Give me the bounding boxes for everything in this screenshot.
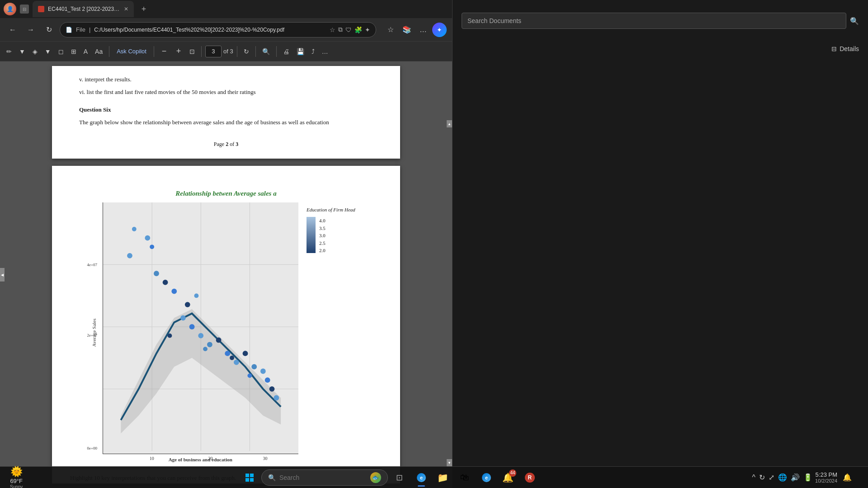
page-footer: Page 2 of 3 [79, 140, 373, 148]
legend-val-25: 2.5 [319, 239, 326, 247]
notification-button[interactable]: 🔔 [840, 470, 854, 485]
print-button[interactable]: 🖨 [280, 44, 292, 59]
chart-area: Average Sales 4e+07 2e+07 0e+00 10 20 [90, 202, 362, 463]
chart-container: Relationship betwen Average sales a Aver… [90, 188, 362, 463]
star-icon[interactable]: ☆ [330, 26, 335, 33]
svg-rect-35 [245, 478, 249, 482]
details-label: Details [840, 45, 859, 52]
tab-close-icon[interactable]: ✕ [124, 6, 128, 12]
profile-icon[interactable]: 👤 [4, 3, 16, 15]
page-number-input[interactable] [205, 46, 222, 57]
svg-point-14 [189, 324, 194, 329]
x-tick-10: 10 [150, 455, 154, 462]
zoom-minus-button[interactable]: − [158, 45, 170, 58]
address-box[interactable]: 📄 File | C:/Users/hp/Documents/EC4401_Te… [60, 22, 376, 38]
notification-app-button[interactable]: 🔔 44 [498, 468, 518, 488]
details-button[interactable]: ⊟ Details [831, 45, 859, 52]
svg-point-21 [251, 364, 257, 370]
search-input[interactable] [279, 474, 367, 481]
chart-legend: Education of Firm Head 4.0 3.5 3.0 2.5 2… [303, 202, 362, 257]
browser-tab[interactable]: EC4401_Test 2 [2022-2023] - Cop ✕ [33, 1, 134, 17]
time-widget[interactable]: 5:23 PM 10/2/2024 [815, 471, 837, 483]
battery-icon[interactable]: 🔋 [803, 473, 812, 482]
search-bar[interactable]: 🔍 🐟 [261, 469, 388, 486]
browser-actions: ☆ 📚 … ✦ [383, 23, 447, 37]
pdf-page-3: Relationship betwen Average sales a Aver… [52, 166, 400, 483]
show-desktop-button[interactable] [857, 468, 863, 488]
file-manager-taskbar-button[interactable]: 📁 [433, 468, 453, 488]
pdf-page-2-partial: v. interpret the results. vi. list the f… [52, 66, 400, 159]
scroll-arrow-left[interactable]: ◀ [0, 268, 5, 282]
browser-more-button[interactable]: … [416, 23, 430, 37]
system-tray: ^ ↻ ⤢ 🌐 🔊 🔋 [752, 473, 813, 482]
edge2-taskbar-button[interactable]: e [476, 468, 496, 488]
url-protocol: File [76, 26, 85, 33]
forward-button[interactable]: → [24, 23, 38, 37]
refresh-button[interactable]: ↻ [42, 23, 56, 37]
search-pdf-button[interactable]: 🔍 [259, 44, 273, 59]
highlight-tool-button[interactable]: ◈ [30, 44, 40, 59]
diagonal-tray-icon[interactable]: ⤢ [769, 473, 774, 482]
svg-point-7 [127, 253, 132, 258]
store-icon: 🛍 [460, 472, 469, 483]
svg-point-31 [230, 356, 234, 360]
toolbar-divider-4 [237, 46, 237, 57]
weather-widget[interactable]: 🌞 69°F Sunny [5, 466, 27, 488]
split-icon[interactable]: ⧉ [338, 26, 343, 33]
search-sidebar: Search Documents 🔍 ⊟ Details [452, 0, 868, 488]
extension-icon[interactable]: 🧩 [354, 26, 362, 33]
search-sidebar-input[interactable]: Search Documents [462, 13, 846, 29]
toolbar-divider-2 [154, 46, 154, 57]
windows-icon [245, 473, 254, 482]
svg-rect-36 [250, 478, 254, 482]
tab-manager-icon[interactable]: ⊟ [20, 5, 29, 14]
chevron-tray-icon[interactable]: ^ [752, 474, 756, 482]
rotate-button[interactable]: ↻ [241, 44, 252, 59]
svg-rect-34 [250, 474, 254, 477]
url-path: C:/Users/hp/Documents/EC4401_Test%202%20… [94, 27, 326, 33]
svg-point-8 [145, 235, 150, 241]
browser-taskbar-button[interactable]: e [411, 468, 431, 488]
red-app-button[interactable]: R [520, 468, 540, 488]
toolbar-divider-5 [255, 46, 256, 57]
new-tab-button[interactable]: + [137, 3, 150, 15]
back-button[interactable]: ← [5, 23, 20, 37]
legend-val-35: 3.5 [319, 225, 326, 232]
network-icon[interactable]: 🌐 [778, 473, 787, 482]
titlebar-left: 👤 ⊟ EC4401_Test 2 [2022-2023] - Cop ✕ + [4, 1, 150, 17]
filter-button[interactable]: ▼ [16, 44, 28, 59]
y-tick-2e7: 2e+07 [87, 333, 98, 339]
text-tool-button[interactable]: A [81, 44, 90, 59]
fit-page-button[interactable]: ⊡ [187, 44, 198, 59]
svg-point-20 [242, 351, 248, 356]
red-app-icon: R [525, 473, 535, 483]
scroll-arrow-down[interactable]: ▼ [447, 459, 452, 466]
share-button[interactable]: ⤴ [309, 44, 317, 59]
erase-tool-button[interactable]: ◻ [56, 44, 66, 59]
fit-width-button[interactable]: ⊞ [68, 44, 79, 59]
svg-point-23 [264, 377, 270, 383]
zoom-plus-button[interactable]: + [172, 45, 185, 58]
ask-copilot-button[interactable]: Ask Copilot [113, 46, 150, 56]
volume-icon[interactable]: 🔊 [791, 473, 800, 482]
search-sidebar-go-icon[interactable]: 🔍 [850, 17, 859, 25]
copilot-button[interactable]: ✦ [432, 23, 447, 37]
folder-icon: 📁 [437, 472, 448, 483]
shield-icon[interactable]: 🛡 [345, 26, 352, 33]
task-view-button[interactable]: ⊡ [390, 468, 410, 488]
pdf-scroll[interactable]: v. interpret the results. vi. list the f… [0, 61, 452, 488]
more-tools-button[interactable]: … [319, 44, 331, 59]
pdf-viewer: v. interpret the results. vi. list the f… [0, 61, 452, 488]
collections-button[interactable]: 📚 [400, 23, 414, 37]
scroll-arrow-up[interactable]: ▲ [447, 120, 452, 127]
copilot-address-icon[interactable]: ✦ [365, 26, 370, 33]
favorites-button[interactable]: ☆ [383, 23, 398, 37]
start-button[interactable] [240, 468, 259, 488]
refresh-tray-icon[interactable]: ↻ [759, 473, 765, 482]
text-size-button[interactable]: Aa [92, 44, 105, 59]
save-button[interactable]: 💾 [294, 44, 307, 59]
draw-tool-button[interactable]: ✏ [4, 44, 14, 59]
highlight-dropdown-button[interactable]: ▼ [42, 44, 54, 59]
chart-plot-wrapper: 4e+07 2e+07 0e+00 10 20 30 [103, 202, 299, 463]
store-taskbar-button[interactable]: 🛍 [455, 468, 475, 488]
